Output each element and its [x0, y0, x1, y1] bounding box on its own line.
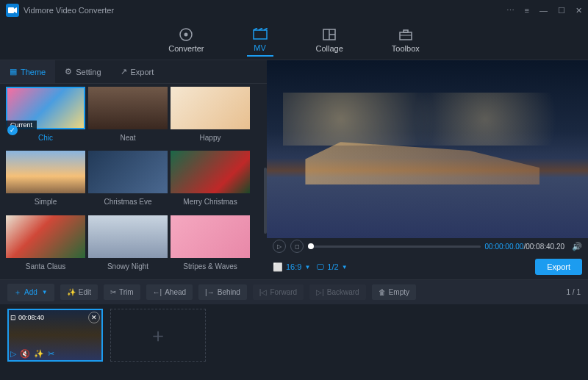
display-scale-selector[interactable]: 🖵 1/2 ▼ [316, 262, 347, 271]
menu-icon[interactable]: ≡ [525, 6, 529, 15]
svg-rect-8 [404, 30, 408, 32]
minimize-icon[interactable]: — [539, 6, 548, 15]
collage-icon [322, 27, 337, 42]
toolbox-icon [398, 27, 413, 42]
edit-button[interactable]: ✨Edit [60, 284, 98, 300]
add-clip-button[interactable]: ＋ [110, 309, 206, 362]
volume-icon[interactable]: 🔊 [572, 242, 582, 251]
theme-name: Chic [6, 129, 85, 142]
svg-rect-3 [254, 30, 267, 39]
theme-card[interactable]: Santa Claus [6, 215, 85, 276]
nav-converter[interactable]: Converter [162, 24, 209, 56]
theme-card[interactable]: Happy [171, 87, 250, 148]
nav-collage[interactable]: Collage [310, 24, 349, 56]
app-title: Vidmore Video Converter [24, 6, 506, 15]
check-icon: ✓ [7, 125, 18, 135]
trash-icon: 🗑 [379, 288, 386, 296]
play-button[interactable]: ▷ [273, 240, 286, 253]
progress-bar[interactable] [308, 245, 481, 248]
feedback-icon[interactable]: ⋯ [506, 6, 514, 15]
svg-rect-7 [400, 32, 412, 40]
theme-name: Santa Claus [6, 258, 85, 270]
wand-icon: ✨ [67, 288, 76, 296]
clip-marker-icon: ⊡ [10, 314, 16, 321]
add-button[interactable]: ＋Add▼ [7, 284, 54, 301]
theme-card[interactable]: Snowy Night [88, 215, 168, 276]
backward-icon: ▷| [316, 288, 324, 296]
behind-button[interactable]: |→Behind [198, 284, 247, 300]
chevron-down-icon: ▼ [304, 264, 310, 270]
theme-name: Christmas Eve [88, 193, 168, 206]
theme-icon: ▦ [10, 67, 17, 76]
trim-button[interactable]: ✂Trim [104, 284, 140, 300]
theme-card[interactable]: Current ✓ Chic [6, 87, 85, 148]
clip-duration: 00:08:40 [18, 314, 44, 321]
maximize-icon[interactable]: ☐ [558, 6, 565, 15]
chevron-down-icon: ▼ [42, 289, 48, 295]
svg-rect-0 [8, 7, 14, 13]
time-display: 00:00:00.00/00:08:40.20 [485, 243, 564, 251]
clip-edit-icon[interactable]: ✨ [34, 349, 44, 359]
gear-icon: ⚙ [65, 67, 72, 76]
clip-trim-icon[interactable]: ✂ [48, 349, 54, 359]
ahead-button[interactable]: ←|Ahead [146, 284, 193, 300]
theme-name: Neat [88, 129, 168, 142]
subtab-theme[interactable]: ▦ Theme [0, 60, 55, 83]
app-logo [6, 4, 19, 17]
clip-play-icon[interactable]: ▷ [10, 349, 16, 359]
forward-icon: |◁ [259, 288, 268, 296]
clip-mute-icon[interactable]: 🔇 [20, 349, 30, 359]
stop-button[interactable]: ◻ [290, 240, 304, 253]
aspect-ratio-selector[interactable]: ⬜ 16:9 ▼ [273, 262, 310, 272]
export-button[interactable]: Export [535, 259, 582, 275]
nav-toolbox[interactable]: Toolbox [386, 24, 426, 56]
nav-mv[interactable]: MV [247, 24, 273, 57]
svg-point-2 [184, 33, 188, 37]
close-icon[interactable]: ✕ [576, 6, 582, 15]
theme-name: Merry Christmas [171, 193, 250, 206]
subtab-export[interactable]: ↗ Export [111, 60, 164, 83]
theme-card[interactable]: Merry Christmas [171, 151, 250, 212]
plus-icon: ＋ [14, 287, 21, 298]
ahead-icon: ←| [153, 288, 162, 296]
export-icon: ↗ [121, 67, 127, 76]
theme-card[interactable]: Neat [88, 87, 168, 148]
empty-button[interactable]: 🗑Empty [372, 284, 416, 300]
aspect-icon: ⬜ [273, 262, 283, 272]
remove-clip-button[interactable]: ✕ [88, 312, 100, 323]
plus-icon: ＋ [148, 323, 168, 348]
subtab-setting[interactable]: ⚙ Setting [55, 60, 110, 83]
theme-name: Simple [6, 193, 85, 206]
theme-card[interactable]: Simple [6, 151, 85, 212]
behind-icon: |→ [205, 288, 215, 296]
theme-name: Happy [171, 129, 250, 142]
theme-name: Stripes & Waves [171, 258, 250, 270]
chevron-down-icon: ▼ [342, 264, 348, 270]
page-count: 1 / 1 [567, 288, 581, 296]
mv-icon [253, 26, 268, 41]
display-icon: 🖵 [316, 262, 324, 271]
theme-card[interactable]: Christmas Eve [88, 151, 168, 212]
theme-card[interactable]: Stripes & Waves [171, 215, 250, 276]
theme-name: Snowy Night [88, 258, 168, 270]
backward-button[interactable]: ▷|Backward [309, 284, 366, 300]
scissors-icon: ✂ [110, 288, 116, 296]
timeline-clip[interactable]: ⊡00:08:40 ✕ ▷ 🔇 ✨ ✂ [7, 309, 103, 362]
video-preview [267, 60, 588, 238]
converter-icon [179, 27, 193, 42]
forward-button[interactable]: |◁Forward [253, 284, 304, 300]
